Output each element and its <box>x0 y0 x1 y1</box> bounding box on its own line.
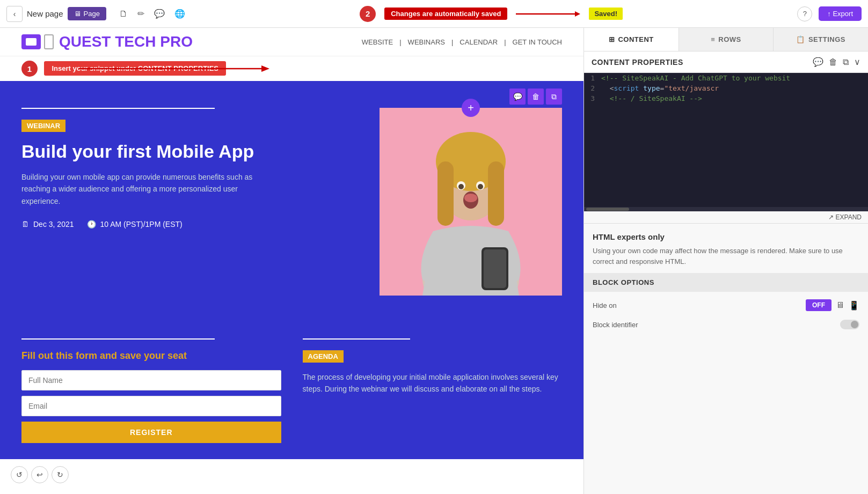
content-properties-header: CONTENT PROPERTIES 💬 🗑 ⧉ ∨ <box>584 51 868 73</box>
top-bar-right: ? ↑ Export <box>797 6 862 21</box>
top-bar-left: ‹ New page 🖥 Page 🗋 ✏ 💬 🌐 <box>6 6 185 22</box>
right-panel: ⊞ CONTENT ≡ ROWS 📋 SETTINGS CONTENT PROP… <box>583 28 868 494</box>
panel-tabs: ⊞ CONTENT ≡ ROWS 📋 SETTINGS <box>584 28 868 51</box>
auto-save-text: Changes are automatically saved <box>391 10 501 18</box>
main-layout: QUEST TECH PRO WEBSITE | WEBINARS | CALE… <box>0 28 868 494</box>
saved-label: Saved! <box>589 8 623 20</box>
delete-img-btn[interactable]: 🗑 <box>528 89 544 105</box>
hero-right: 💬 🗑 ⧉ + <box>380 108 562 296</box>
svg-marker-3 <box>261 65 269 72</box>
agenda-badge: AGENDA <box>303 350 344 363</box>
hero-date-text: Dec 3, 2021 <box>33 220 74 228</box>
code-scroll-thumb <box>586 208 629 211</box>
undo-button[interactable]: ↩ <box>31 466 48 483</box>
line-content-2: <script type="text/javascr <box>599 83 721 93</box>
hero-image <box>380 108 562 296</box>
line-content-3: <!-- / SiteSpeakAI --> <box>599 93 704 104</box>
hero-time-text: 10 AM (PST)/1PM (EST) <box>100 220 183 228</box>
code-line-3: 3 <!-- / SiteSpeakAI --> <box>584 93 868 104</box>
off-button[interactable]: OFF <box>806 299 831 311</box>
nav-website[interactable]: WEBSITE <box>362 38 393 46</box>
globe-icon[interactable]: 🌐 <box>174 9 185 19</box>
block-identifier-row: Block identifier <box>593 320 859 329</box>
step1-badge: 1 <box>21 61 38 77</box>
clock-icon: 🕐 <box>87 220 96 228</box>
content-tab-label: CONTENT <box>618 35 653 43</box>
nav-links: WEBSITE | WEBINARS | CALENDAR | GET IN T… <box>362 38 562 46</box>
email-input[interactable] <box>21 396 281 416</box>
file-icon[interactable]: 🗋 <box>119 9 128 19</box>
block-identifier-toggle[interactable] <box>840 320 859 329</box>
copy-img-btn[interactable]: ⧉ <box>546 89 562 105</box>
redo-button[interactable]: ↻ <box>52 466 69 483</box>
arrow-indicator <box>516 8 580 20</box>
rows-tab-icon: ≡ <box>711 35 715 43</box>
tab-content[interactable]: ⊞ CONTENT <box>584 28 679 51</box>
top-bar-icons: 🗋 ✏ 💬 🌐 <box>119 9 185 19</box>
rows-tab-label: ROWS <box>718 35 741 43</box>
back-button[interactable]: ‹ <box>6 6 23 22</box>
nav-sep1: | <box>399 38 401 46</box>
line-num-3: 3 <box>584 93 599 104</box>
bottom-section: Fill out this form and save your seat RE… <box>0 322 583 459</box>
nav-get-in-touch[interactable]: GET IN TOUCH <box>513 38 562 46</box>
mobile-icon[interactable]: 📱 <box>849 300 859 311</box>
form-title: Fill out this form and save your seat <box>21 350 281 362</box>
svg-rect-17 <box>484 249 506 288</box>
code-line-2: 2 <script type="text/javascr <box>584 83 868 93</box>
code-scrollbar[interactable] <box>584 207 868 211</box>
html-experts-title: HTML experts only <box>593 232 859 241</box>
full-name-input[interactable] <box>21 370 281 390</box>
expand-bar[interactable]: ↗ EXPAND <box>584 211 868 224</box>
block-identifier-label: Block identifier <box>593 321 638 329</box>
cp-collapse-icon[interactable]: ∨ <box>854 57 860 67</box>
add-element-btn[interactable]: + <box>462 99 480 117</box>
logo-text: QUEST TECH PRO <box>59 33 193 50</box>
hero-left: WEBINAR Build your first Mobile App Buil… <box>21 108 363 296</box>
help-button[interactable]: ? <box>797 6 812 21</box>
history-button[interactable]: ↺ <box>11 466 28 483</box>
agenda-section: AGENDA The process of developing your in… <box>303 338 563 443</box>
nav-webinars[interactable]: WEBINARS <box>408 38 445 46</box>
hero-desc: Building your own mobile app can provide… <box>21 171 263 207</box>
top-bar: ‹ New page 🖥 Page 🗋 ✏ 💬 🌐 2 Changes are … <box>0 0 868 28</box>
content-tab-icon: ⊞ <box>609 35 615 43</box>
hero-section: WEBINAR Build your first Mobile App Buil… <box>0 81 583 322</box>
hero-title: Build your first Mobile App <box>21 141 363 163</box>
agenda-text: The process of developing your initial m… <box>303 371 563 395</box>
line-content-1: <!-- SiteSpeakAI - Add ChatGPT to your w… <box>599 73 792 83</box>
hero-divider <box>21 108 215 109</box>
cp-copy-icon[interactable]: ⧉ <box>843 57 849 67</box>
nav-calendar[interactable]: CALENDAR <box>459 38 498 46</box>
page-button[interactable]: 🖥 Page <box>68 7 106 20</box>
device-icon <box>44 34 54 49</box>
cp-delete-icon[interactable]: 🗑 <box>829 57 837 67</box>
export-button[interactable]: ↑ Export <box>819 6 862 21</box>
comment-img-btn[interactable]: 💬 <box>509 89 526 105</box>
hide-on-controls: OFF 🖥 📱 <box>806 299 859 311</box>
comment-icon[interactable]: 💬 <box>154 9 165 19</box>
webinar-badge: WEBINAR <box>21 120 65 132</box>
register-button[interactable]: REGISTER <box>21 422 281 443</box>
svg-point-15 <box>464 194 477 202</box>
form-section: Fill out this form and save your seat RE… <box>21 338 281 443</box>
code-line-1: 1 <!-- SiteSpeakAI - Add ChatGPT to your… <box>584 73 868 83</box>
tab-rows[interactable]: ≡ ROWS <box>679 28 774 51</box>
preview-container: QUEST TECH PRO WEBSITE | WEBINARS | CALE… <box>0 28 583 494</box>
site-nav: QUEST TECH PRO WEBSITE | WEBINARS | CALE… <box>0 28 583 56</box>
desktop-icon[interactable]: 🖥 <box>836 300 844 310</box>
settings-tab-icon: 📋 <box>796 35 805 43</box>
canvas-area: QUEST TECH PRO WEBSITE | WEBINARS | CALE… <box>0 28 583 494</box>
snippet-badge: Insert your snippet under CONTENT PROPER… <box>44 61 226 76</box>
page-btn-label: Page <box>84 10 100 18</box>
cp-comment-icon[interactable]: 💬 <box>813 57 823 67</box>
code-editor[interactable]: 1 <!-- SiteSpeakAI - Add ChatGPT to your… <box>584 73 868 207</box>
tab-settings[interactable]: 📋 SETTINGS <box>774 28 868 51</box>
page-icon: 🖥 <box>74 10 81 18</box>
content-properties-title: CONTENT PROPERTIES <box>592 58 683 67</box>
edit-icon[interactable]: ✏ <box>137 9 144 19</box>
nav-sep3: | <box>504 38 506 46</box>
step2-badge: 2 <box>360 6 376 22</box>
settings-tab-label: SETTINGS <box>808 35 845 43</box>
svg-point-12 <box>458 184 464 189</box>
